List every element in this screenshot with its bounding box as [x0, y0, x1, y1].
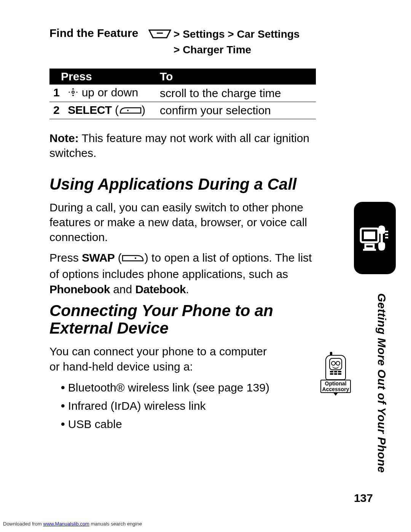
to-text: scroll to the charge time	[156, 85, 316, 102]
chapter-side-label: Getting More Out of Your Phone	[375, 293, 388, 484]
connection-list: Bluetooth® wireless link (see page 139) …	[61, 379, 289, 433]
download-footer: Downloaded from www.Manualslib.com manua…	[3, 521, 142, 527]
para2-pre: Press	[49, 251, 82, 264]
svg-point-5	[135, 257, 136, 259]
nav-key-icon	[68, 87, 78, 100]
accessory-phone-icon	[325, 355, 346, 380]
path-line-2: > Charger Time	[174, 44, 251, 56]
to-text: confirm your selection	[156, 102, 316, 119]
press-text: up or down	[78, 86, 138, 99]
footer-post: manuals search engine	[89, 521, 142, 527]
section2-para: You can connect your phone to a computer…	[49, 344, 274, 375]
optional-accessory-badge: Optional Accessory	[320, 355, 351, 396]
svg-point-4	[127, 110, 129, 111]
footer-link[interactable]: www.Manualslib.com	[43, 521, 89, 527]
phonebook-label: Phonebook	[49, 283, 110, 296]
svg-rect-8	[365, 244, 374, 248]
accessory-arrow-icon	[333, 393, 338, 396]
find-the-feature-label: Find the Feature	[49, 27, 148, 40]
note-paragraph: Note: This feature may not work with all…	[49, 131, 316, 160]
footer-pre: Downloaded from	[3, 521, 43, 527]
svg-point-3	[76, 91, 78, 93]
accessory-line2: Accessory	[322, 386, 349, 392]
accessory-line1: Optional	[325, 380, 347, 387]
path-line-1: > Settings > Car Settings	[174, 28, 299, 40]
section1-para2: Press SWAP () to open a list of options.…	[49, 250, 316, 297]
step-number: 2	[53, 104, 65, 117]
svg-point-2	[69, 91, 70, 93]
press-to-table: Press To 1 up or down scroll to the char…	[49, 69, 316, 119]
note-label: Note:	[49, 132, 79, 144]
right-softkey-icon	[119, 104, 142, 117]
section-heading-applications: Using Applications During a Call	[49, 176, 308, 193]
computer-phone-icon	[358, 221, 392, 255]
chapter-tab	[354, 202, 396, 274]
list-item: USB cable	[61, 415, 289, 433]
table-header-press: Press	[49, 69, 156, 85]
right-softkey-icon	[122, 251, 145, 267]
section-heading-connecting: Connecting Your Phone to an External Dev…	[49, 302, 308, 337]
list-item: Bluetooth® wireless link (see page 139)	[61, 379, 289, 397]
svg-point-1	[72, 91, 74, 93]
step-number: 1	[53, 86, 65, 99]
svg-rect-7	[364, 232, 375, 239]
navigation-path: > Settings > Car Settings > Charger Time	[148, 27, 299, 57]
table-row: 1 up or down scroll to the charge time	[49, 85, 316, 102]
note-text: This feature may not work with all car i…	[49, 132, 309, 159]
find-the-feature-row: Find the Feature > Settings > Car Settin…	[49, 27, 373, 57]
datebook-label: Datebook	[135, 283, 186, 296]
para2-end: .	[186, 283, 189, 296]
table-row: 2 SELECT () confirm your selection	[49, 102, 316, 119]
accessory-label: Optional Accessory	[320, 380, 351, 393]
para2-and: and	[110, 283, 135, 296]
page-number: 137	[354, 492, 373, 505]
list-item: Infrared (IrDA) wireless link	[61, 397, 289, 415]
table-header-to: To	[156, 69, 316, 85]
softkey-label: SELECT	[68, 104, 112, 116]
menu-key-icon	[148, 27, 171, 42]
section1-para1: During a call, you can easily switch to …	[49, 200, 316, 244]
swap-label: SWAP	[82, 251, 115, 264]
